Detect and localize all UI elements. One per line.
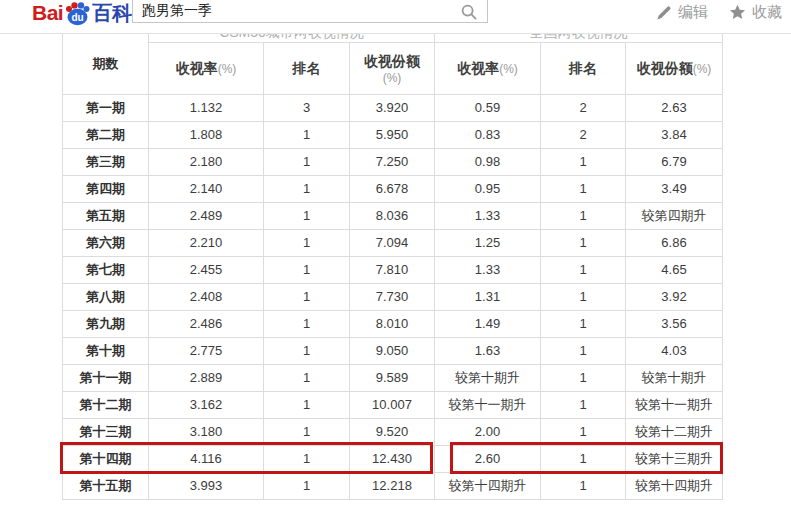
episode-cell: 第五期 xyxy=(63,203,149,230)
share-csm-cell: 9.050 xyxy=(350,338,435,365)
search-icon[interactable] xyxy=(461,4,477,20)
share-csm-cell: 7.810 xyxy=(350,257,435,284)
rank-csm-cell: 1 xyxy=(264,176,350,203)
baidu-baike-logo[interactable]: Bai du 百科 xyxy=(32,1,132,25)
table-row: 第八期 2.408 1 7.730 1.31 1 3.92 xyxy=(63,284,723,311)
column-header-episode: 期数 xyxy=(63,34,149,95)
rank-national-cell: 2 xyxy=(541,122,626,149)
share-national-cell: 2.63 xyxy=(626,95,723,122)
table-body: 第一期 1.132 3 3.920 0.59 2 2.63 第二期 1.808 … xyxy=(63,95,723,500)
rank-national-cell: 1 xyxy=(541,149,626,176)
rank-csm-cell: 1 xyxy=(264,203,350,230)
share-national-cell: 较第十期升 xyxy=(626,365,723,392)
share-csm-cell: 3.920 xyxy=(350,95,435,122)
share-csm-cell: 7.094 xyxy=(350,230,435,257)
rank-csm-cell: 1 xyxy=(264,419,350,446)
ratings-table: 期数 CSM50城市网收视情况 全国网收视情况 收视率(%) 排名 收视份额(%… xyxy=(62,34,723,500)
table-row: 第十五期 3.993 1 12.218 较第十四期升 1 较第十四期升 xyxy=(63,473,723,500)
baike-page: Bai du 百科 编辑 xyxy=(0,0,791,505)
share-csm-cell: 9.589 xyxy=(350,365,435,392)
episode-cell: 第八期 xyxy=(63,284,149,311)
column-header-row: 收视率(%) 排名 收视份额(%) 收视率(%) 排名 收视份额(%) xyxy=(63,43,723,95)
star-icon xyxy=(729,4,746,21)
rank-csm-cell: 1 xyxy=(264,284,350,311)
rating-national-cell: 2.60 xyxy=(435,446,541,473)
share-national-cell: 3.56 xyxy=(626,311,723,338)
episode-cell: 第六期 xyxy=(63,230,149,257)
share-national-cell: 较第十二期升 xyxy=(626,419,723,446)
table-row: 第一期 1.132 3 3.920 0.59 2 2.63 xyxy=(63,95,723,122)
rating-csm-cell: 2.455 xyxy=(149,257,264,284)
rating-csm-cell: 2.180 xyxy=(149,149,264,176)
episode-cell: 第七期 xyxy=(63,257,149,284)
rating-national-cell: 较第十期升 xyxy=(435,365,541,392)
table-row: 第十四期 4.116 1 12.430 2.60 1 较第十三期升 xyxy=(63,446,723,473)
rating-national-cell: 0.98 xyxy=(435,149,541,176)
column-header-rating-national: 收视率(%) xyxy=(435,43,541,95)
table-row: 第六期 2.210 1 7.094 1.25 1 6.86 xyxy=(63,230,723,257)
logo-text-bai: Bai xyxy=(32,1,63,25)
share-csm-cell: 8.010 xyxy=(350,311,435,338)
rank-national-cell: 2 xyxy=(541,95,626,122)
rank-csm-cell: 1 xyxy=(264,230,350,257)
rank-national-cell: 1 xyxy=(541,446,626,473)
rank-national-cell: 1 xyxy=(541,419,626,446)
share-csm-cell: 6.678 xyxy=(350,176,435,203)
share-national-cell: 较第十一期升 xyxy=(626,392,723,419)
rating-national-cell: 0.59 xyxy=(435,95,541,122)
table-row: 第九期 2.486 1 8.010 1.49 1 3.56 xyxy=(63,311,723,338)
rating-csm-cell: 4.116 xyxy=(149,446,264,473)
share-csm-cell: 12.218 xyxy=(350,473,435,500)
rank-national-cell: 1 xyxy=(541,473,626,500)
rating-csm-cell: 2.140 xyxy=(149,176,264,203)
favorite-label: 收藏 xyxy=(752,3,782,22)
rating-national-cell: 0.95 xyxy=(435,176,541,203)
episode-cell: 第十五期 xyxy=(63,473,149,500)
episode-cell: 第三期 xyxy=(63,149,149,176)
episode-cell: 第四期 xyxy=(63,176,149,203)
rating-csm-cell: 3.180 xyxy=(149,419,264,446)
table-row: 第十期 2.775 1 9.050 1.63 1 4.03 xyxy=(63,338,723,365)
table-row: 第三期 2.180 1 7.250 0.98 1 6.79 xyxy=(63,149,723,176)
table-row: 第五期 2.489 1 8.036 1.33 1 较第四期升 xyxy=(63,203,723,230)
rank-csm-cell: 1 xyxy=(264,122,350,149)
rating-csm-cell: 2.486 xyxy=(149,311,264,338)
share-national-cell: 4.03 xyxy=(626,338,723,365)
rating-national-cell: 1.63 xyxy=(435,338,541,365)
search-box xyxy=(132,0,488,23)
share-csm-cell: 7.250 xyxy=(350,149,435,176)
rating-csm-cell: 1.808 xyxy=(149,122,264,149)
episode-cell: 第一期 xyxy=(63,95,149,122)
episode-cell: 第九期 xyxy=(63,311,149,338)
share-national-cell: 6.86 xyxy=(626,230,723,257)
share-national-cell: 较第四期升 xyxy=(626,203,723,230)
share-national-cell: 3.84 xyxy=(626,122,723,149)
column-header-share-national: 收视份额(%) xyxy=(626,43,723,95)
table-row: 第十三期 3.180 1 9.520 2.00 1 较第十二期升 xyxy=(63,419,723,446)
episode-cell: 第十二期 xyxy=(63,392,149,419)
episode-cell: 第二期 xyxy=(63,122,149,149)
rank-csm-cell: 3 xyxy=(264,95,350,122)
rating-csm-cell: 2.889 xyxy=(149,365,264,392)
logo-text-du: du xyxy=(72,11,84,22)
rank-csm-cell: 1 xyxy=(264,257,350,284)
share-national-cell: 3.92 xyxy=(626,284,723,311)
group-header-row: 期数 CSM50城市网收视情况 全国网收视情况 xyxy=(63,34,723,43)
rating-csm-cell: 3.162 xyxy=(149,392,264,419)
favorite-button[interactable]: 收藏 xyxy=(729,3,782,22)
rank-national-cell: 1 xyxy=(541,392,626,419)
rank-csm-cell: 1 xyxy=(264,338,350,365)
edit-button[interactable]: 编辑 xyxy=(655,3,708,22)
episode-cell: 第十四期 xyxy=(63,446,149,473)
share-national-cell: 较第十四期升 xyxy=(626,473,723,500)
rating-national-cell: 1.33 xyxy=(435,203,541,230)
share-csm-cell: 8.036 xyxy=(350,203,435,230)
column-header-rank-csm: 排名 xyxy=(264,43,350,95)
rank-csm-cell: 1 xyxy=(264,446,350,473)
rank-csm-cell: 1 xyxy=(264,365,350,392)
pencil-icon xyxy=(655,4,672,21)
share-csm-cell: 7.730 xyxy=(350,284,435,311)
rating-national-cell: 1.25 xyxy=(435,230,541,257)
search-input[interactable] xyxy=(133,0,453,22)
group-header-national: 全国网收视情况 xyxy=(435,34,723,43)
